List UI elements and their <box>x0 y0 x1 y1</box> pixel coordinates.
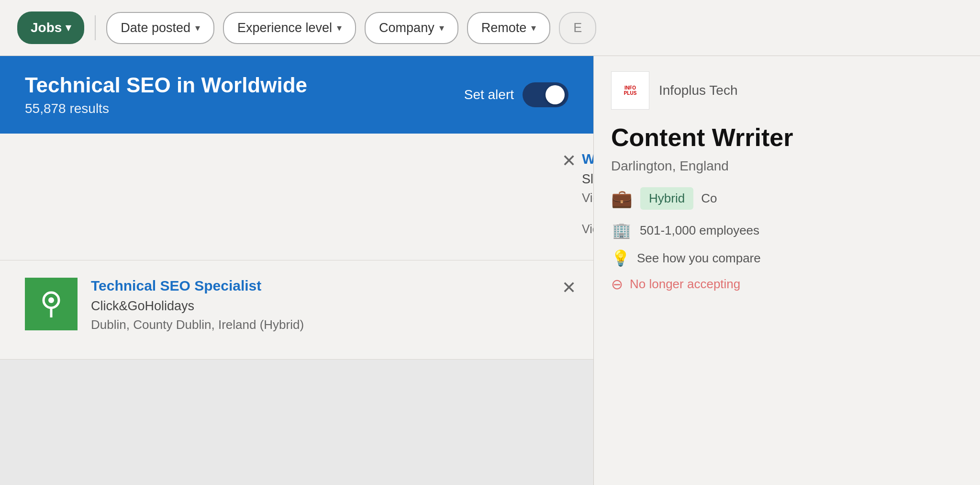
search-results-count: 55,878 results <box>25 101 307 116</box>
chevron-down-icon: ▾ <box>195 22 200 34</box>
lightbulb-icon: 💡 <box>611 249 630 267</box>
see-how-row: 💡 See how you compare <box>611 249 963 267</box>
job-location: Dublin, County Dublin, Ireland (Hybrid) <box>91 317 568 332</box>
filter-experience-level[interactable]: Experience level ▾ <box>223 12 356 44</box>
company-size-text: 501-1,000 employees <box>640 223 759 238</box>
job-info: Technical SEO Specialist Click&GoHoliday… <box>91 278 568 342</box>
work-type-badge: Hybrid <box>640 187 693 210</box>
dismiss-job-button[interactable]: ✕ <box>562 151 576 171</box>
job-list: Web Tracking Specialist (m/w/d) SlopeLif… <box>0 134 593 360</box>
filter-exp-label: Experience level <box>237 21 332 35</box>
job-title[interactable]: Technical SEO Specialist <box>91 278 568 294</box>
job-card: Technical SEO Specialist Click&GoHoliday… <box>0 260 593 360</box>
no-longer-row: ⊖ No longer accepting <box>611 276 963 293</box>
jobs-chevron-icon: ▾ <box>66 22 71 34</box>
alert-label: Set alert <box>464 87 514 102</box>
filter-extra-label: E <box>573 21 582 35</box>
filter-company-label: Company <box>379 21 434 35</box>
main-layout: Technical SEO in Worldwide 55,878 result… <box>0 56 980 485</box>
right-location: Darlington, England <box>611 158 963 174</box>
filter-company[interactable]: Company ▾ <box>365 12 458 44</box>
job-card: Web Tracking Specialist (m/w/d) SlopeLif… <box>0 134 593 260</box>
right-panel: INFOPLUS Infoplus Tech Content Wrriter D… <box>593 56 980 485</box>
chevron-down-icon: ▾ <box>337 22 342 34</box>
no-longer-icon: ⊖ <box>611 276 623 293</box>
job-company: SlopeLift PM Media GmbH <box>582 172 593 187</box>
viewed-label: Viewed <box>582 222 593 236</box>
search-title: Technical SEO in Worldwide <box>25 73 307 97</box>
dismiss-job-button[interactable]: ✕ <box>562 278 576 298</box>
clickgo-logo-svg <box>35 288 67 320</box>
building-icon: 🏢 <box>611 221 632 239</box>
filter-remote[interactable]: Remote ▾ <box>467 12 551 44</box>
job-meta: Viewed · Promoted · 13 applicants · in E… <box>582 215 593 243</box>
job-location: Vienna, Austria (On-site) <box>582 191 593 205</box>
company-logo <box>25 278 78 330</box>
company-header: INFOPLUS Infoplus Tech <box>611 71 963 110</box>
briefcase-icon: 💼 <box>611 189 633 209</box>
see-how-text: See how you compare <box>637 251 761 266</box>
filter-remote-label: Remote <box>481 21 527 35</box>
truncated-suffix: riter <box>745 124 793 151</box>
search-banner: Technical SEO in Worldwide 55,878 result… <box>0 56 593 134</box>
chevron-down-icon: ▾ <box>531 22 536 34</box>
co-label-text: Co <box>701 191 717 206</box>
company-logo-small: INFOPLUS <box>611 71 649 110</box>
nav-divider <box>95 15 96 40</box>
jobs-button[interactable]: Jobs ▾ <box>17 11 84 44</box>
company-size-row: 🏢 501-1,000 employees <box>611 221 963 239</box>
alert-toggle[interactable] <box>523 82 568 107</box>
filter-date-posted[interactable]: Date posted ▾ <box>106 12 214 44</box>
job-company: Click&GoHolidays <box>91 299 568 314</box>
right-job-title: Content Wrriter <box>611 123 963 152</box>
job-title[interactable]: Web Tracking Specialist (m/w/d) <box>582 151 593 167</box>
chevron-down-icon: ▾ <box>439 22 444 34</box>
company-name-right: Infoplus Tech <box>659 83 738 98</box>
filter-date-label: Date posted <box>121 21 190 35</box>
svg-point-2 <box>48 297 54 303</box>
jobs-label: Jobs <box>31 20 62 35</box>
no-longer-text: No longer accepting <box>630 277 740 292</box>
job-info: Web Tracking Specialist (m/w/d) SlopeLif… <box>582 151 593 243</box>
toggle-knob <box>546 85 565 104</box>
left-panel: Technical SEO in Worldwide 55,878 result… <box>0 56 593 485</box>
right-tags: 💼 Hybrid Co <box>611 187 963 210</box>
top-bar: Jobs ▾ Date posted ▾ Experience level ▾ … <box>0 0 980 56</box>
filter-extra[interactable]: E <box>559 12 596 44</box>
company-logo-text: INFOPLUS <box>624 85 637 96</box>
search-banner-text: Technical SEO in Worldwide 55,878 result… <box>25 73 307 116</box>
alert-area: Set alert <box>464 82 568 107</box>
